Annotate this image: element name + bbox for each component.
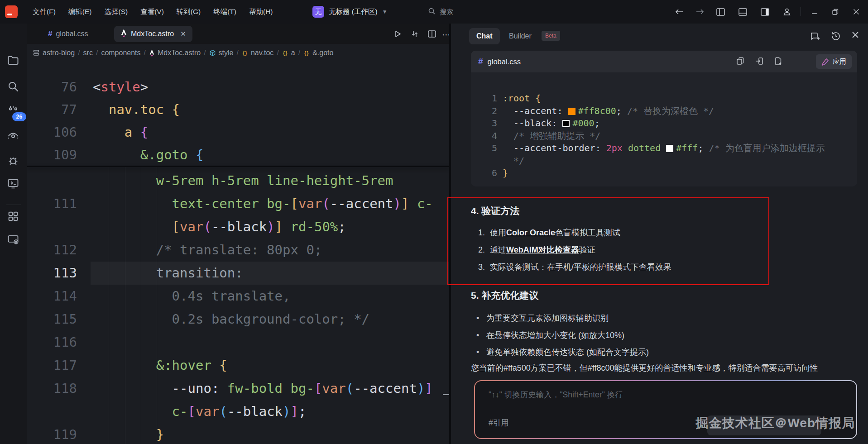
code-review-eye-icon[interactable] xyxy=(7,130,20,143)
menu-v[interactable]: 查看(V) xyxy=(134,7,170,17)
toggle-panel-bottom-icon[interactable] xyxy=(739,8,747,16)
breadcrumb-item---goto[interactable]: {}&.goto xyxy=(303,49,333,57)
line-number: 2 xyxy=(474,105,497,117)
line-number: 112 xyxy=(41,239,77,262)
breadcrumb: astro-blog/src/components/MdxToc.astro/s… xyxy=(27,44,449,62)
nav-forward-icon[interactable] xyxy=(695,8,705,15)
bullet-icon: • xyxy=(476,348,486,357)
line-text: --uno: fw-bold bg-[var(--accent)] xyxy=(93,377,433,400)
remote-monitor-icon[interactable] xyxy=(7,233,20,247)
tab-label: global.css xyxy=(56,30,88,38)
workspace-switcher[interactable]: 无 无标题 (工作区) ▼ xyxy=(312,0,388,24)
breadcrumb-item-style[interactable]: style xyxy=(209,49,234,57)
breadcrumb-label: astro-blog xyxy=(43,49,75,57)
minimize-icon[interactable] xyxy=(811,9,818,15)
nav-back-icon[interactable] xyxy=(675,8,684,15)
close-panel-icon[interactable] xyxy=(851,31,862,42)
code-line-112[interactable]: 112 /* translate: 80px 0; xyxy=(27,239,449,262)
card-code-line-5: 5 --accent-border: 2px dotted #fff; /* 为… xyxy=(471,142,857,154)
beta-badge: Beta xyxy=(542,31,560,41)
line-text: 0.2s background-color; */ xyxy=(93,308,369,331)
breadcrumb-separator: / xyxy=(144,49,146,57)
split-editor-icon[interactable] xyxy=(427,29,437,39)
apply-button-label: 应用 xyxy=(833,57,846,66)
close-window-icon[interactable] xyxy=(853,9,859,15)
beta-badge-label: Beta xyxy=(545,33,556,39)
code-line-109[interactable]: 109 &.goto { xyxy=(27,143,449,167)
tab-mdxtoc-astro[interactable]: MdxToc.astro ✕ xyxy=(114,26,192,42)
line-text: 0.4s translate, xyxy=(93,285,291,308)
menu-s[interactable]: 选择(S) xyxy=(98,7,134,17)
menu-t[interactable]: 终端(T) xyxy=(207,7,243,17)
terminal-panel-icon[interactable] xyxy=(7,177,20,191)
account-icon[interactable] xyxy=(783,8,791,16)
code-line-114[interactable]: 114 0.4s translate, xyxy=(27,285,449,308)
apply-button[interactable]: 应用 xyxy=(816,54,852,69)
chevron-down-icon: ▼ xyxy=(382,9,388,15)
code-line-77[interactable]: 77 nav.toc { xyxy=(27,98,449,121)
breadcrumb-separator: / xyxy=(96,49,98,57)
tab-global-css[interactable]: # global.css xyxy=(42,26,95,42)
toggle-sidebar-left-icon[interactable] xyxy=(716,8,725,16)
card-code-line-6: 6} xyxy=(471,167,857,179)
new-chat-icon[interactable] xyxy=(810,31,820,42)
breadcrumb-separator: / xyxy=(277,49,278,57)
new-file-from-code-icon[interactable] xyxy=(774,57,784,67)
code-line-116[interactable]: 116 xyxy=(27,331,449,354)
explorer-icon[interactable] xyxy=(7,54,20,68)
line-number: 114 xyxy=(41,285,77,308)
code-line-76[interactable]: 76<style> xyxy=(27,76,449,99)
restore-icon[interactable] xyxy=(832,9,839,15)
breadcrumb-label: MdxToc.astro xyxy=(158,49,201,57)
suggestion-bullet-2: •在悬停状态增加大小变化 (如放大10%) xyxy=(476,330,624,341)
search-sidebar-icon[interactable] xyxy=(7,80,20,94)
close-tab-icon[interactable]: ✕ xyxy=(180,30,186,38)
astro-file-icon xyxy=(120,29,127,39)
copy-code-icon[interactable] xyxy=(736,57,746,67)
tab-builder[interactable]: Builder xyxy=(509,28,532,44)
breadcrumb-item-a[interactable]: {}a xyxy=(282,49,295,57)
code-line-106[interactable]: 106 a { xyxy=(27,121,449,144)
code-line-wrap[interactable]: [var(--black)] rd-50%; xyxy=(27,215,449,239)
breadcrumb-item-components[interactable]: components xyxy=(101,49,140,57)
workspace-badge: 无 xyxy=(312,6,324,18)
code-line-115[interactable]: 115 0.2s background-color; */ xyxy=(27,308,449,331)
color-swatch xyxy=(568,108,575,115)
assistant-closing-remark: 您当前的#ffa500方案已不错，但#ff8c00能提供更好的普适性和专业感，特… xyxy=(471,363,861,373)
toggle-sidebar-right-icon[interactable] xyxy=(761,8,769,16)
menu-bar: 文件(F)编辑(E)选择(S)查看(V)转到(G)终端(T)帮助(H) xyxy=(26,0,279,24)
breadcrumb-separator: / xyxy=(237,49,239,57)
tab-chat[interactable]: Chat xyxy=(469,28,500,44)
code-line-113[interactable]: 113 transition: xyxy=(27,262,449,285)
code-line-wrap[interactable]: c-[var(--black)]; xyxy=(27,400,449,423)
global-search[interactable]: 搜索 xyxy=(428,0,453,24)
menu-f[interactable]: 文件(F) xyxy=(26,7,62,17)
breadcrumb-item-mdxtoc-astro[interactable]: MdxToc.astro xyxy=(149,49,201,57)
activity-bar: 26 xyxy=(0,24,27,444)
compare-changes-icon[interactable] xyxy=(410,29,420,39)
selector-icon: {} xyxy=(282,50,288,57)
code-line-117[interactable]: 117 &:hover { xyxy=(27,354,449,377)
line-text: &:hover { xyxy=(93,354,227,377)
menu-e[interactable]: 编辑(E) xyxy=(62,7,98,17)
code-line-wrap[interactable]: w-5rem h-5rem line-height-5rem xyxy=(27,169,449,192)
css-file-icon: # xyxy=(48,29,52,38)
reference-button[interactable]: #引用 xyxy=(489,417,509,428)
insert-code-icon[interactable] xyxy=(755,57,765,67)
run-file-icon[interactable] xyxy=(393,29,403,39)
bullet-text: 在悬停状态增加大小变化 (如放大10%) xyxy=(486,331,624,340)
menu-g[interactable]: 转到(G) xyxy=(170,7,207,17)
breadcrumb-item-src[interactable]: src xyxy=(83,49,93,57)
code-line-111[interactable]: 111 text-center bg-[var(--accent)] c- xyxy=(27,192,449,215)
menu-h[interactable]: 帮助(H) xyxy=(243,7,279,17)
code-line-119[interactable]: 119 } xyxy=(27,423,449,444)
scm-count-badge: 26 xyxy=(12,112,26,121)
breadcrumb-item-nav-toc[interactable]: {}nav.toc xyxy=(242,49,273,57)
debug-icon[interactable] xyxy=(7,154,20,168)
breadcrumb-item-astro-blog[interactable]: astro-blog xyxy=(33,49,75,57)
extensions-grid-icon[interactable] xyxy=(7,210,20,224)
line-number: 117 xyxy=(41,354,77,377)
code-editor[interactable]: 76<style>77 nav.toc {106 a {109 &.goto {… xyxy=(27,62,449,444)
code-line-118[interactable]: 118 --uno: fw-bold bg-[var(--accent)] xyxy=(27,377,449,400)
history-icon[interactable] xyxy=(830,31,841,42)
